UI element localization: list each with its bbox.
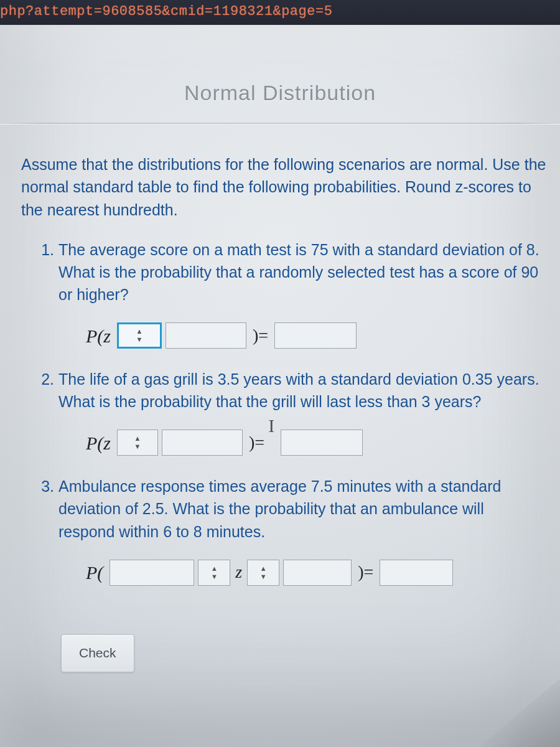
check-button[interactable]: Check: [61, 634, 134, 672]
q3-answer-row: P( ▲▼ z ▲▼ )=: [86, 559, 541, 586]
question-1-text: The average score on a math test is 75 w…: [58, 241, 539, 304]
stepper-icon: ▲▼: [211, 565, 218, 580]
page-title-faded: Normal Distribution: [0, 81, 560, 105]
q1-comparison-select[interactable]: ▲▼: [117, 322, 162, 349]
pz-label: P(z: [86, 322, 113, 350]
stepper-icon: ▲▼: [134, 435, 141, 450]
question-list: The average score on a math test is 75 w…: [21, 238, 548, 586]
q3-upper-compare-select[interactable]: ▲▼: [247, 560, 279, 586]
q1-answer-row: P(z ▲▼ )=: [86, 322, 541, 350]
q3-probability-input[interactable]: [380, 560, 453, 586]
close-eq: )=: [355, 560, 376, 585]
stepper-icon: ▲▼: [136, 328, 143, 343]
q2-probability-input[interactable]: [281, 430, 363, 456]
stepper-icon: ▲▼: [260, 565, 267, 580]
close-eq: )=: [250, 323, 271, 349]
q3-lower-compare-select[interactable]: ▲▼: [198, 560, 230, 586]
quiz-page: Normal Distribution Assume that the dist…: [0, 25, 560, 747]
q3-lower-z-input[interactable]: [110, 560, 194, 586]
question-2-text: The life of a gas grill is 3.5 years wit…: [58, 370, 539, 410]
q2-answer-row: P(z ▲▼ )= I: [86, 430, 541, 457]
z-label: z: [234, 560, 243, 585]
question-content: Assume that the distributions for the fo…: [0, 125, 560, 672]
q1-probability-input[interactable]: [274, 322, 357, 349]
intro-text: Assume that the distributions for the fo…: [21, 153, 548, 221]
question-3: Ambulance response times average 7.5 min…: [58, 475, 548, 586]
pz-label: P(z: [86, 430, 113, 457]
q2-comparison-select[interactable]: ▲▼: [117, 430, 158, 456]
page-curl-decoration: [479, 679, 560, 747]
question-2: The life of a gas grill is 3.5 years wit…: [58, 368, 548, 456]
question-1: The average score on a math test is 75 w…: [58, 238, 548, 349]
q3-upper-z-input[interactable]: [283, 560, 352, 586]
browser-url-fragment: php?attempt=9608585&cmid=1198321&page=5: [0, 0, 560, 19]
text-cursor-icon: I: [268, 415, 274, 436]
q2-zscore-input[interactable]: [162, 430, 243, 456]
p-open-label: P(: [86, 559, 106, 586]
close-eq: )=: [246, 430, 267, 456]
q1-zscore-input[interactable]: [166, 322, 246, 349]
question-3-text: Ambulance response times average 7.5 min…: [58, 477, 502, 540]
